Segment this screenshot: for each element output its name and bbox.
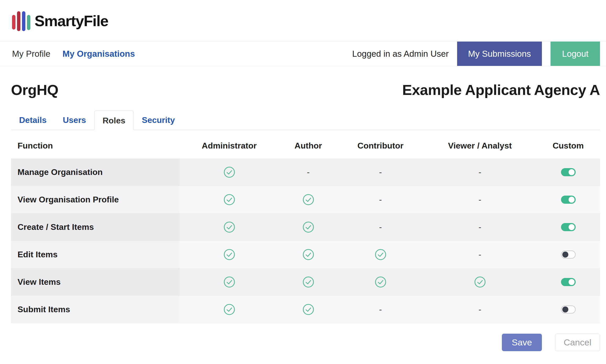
role-cell-contributor <box>338 268 423 295</box>
role-cell-viewer-analyst: - <box>423 241 536 268</box>
cancel-button[interactable]: Cancel <box>555 334 600 351</box>
column-header-viewer-analyst: Viewer / Analyst <box>423 141 536 151</box>
check-circle-icon <box>302 194 314 206</box>
role-cell-administrator <box>179 213 279 241</box>
custom-cell <box>536 296 600 323</box>
role-cell-contributor: - <box>338 158 423 186</box>
save-button[interactable]: Save <box>502 334 542 351</box>
check-circle-icon <box>223 194 235 206</box>
nav-link-my-profile[interactable]: My Profile <box>12 49 50 59</box>
toggle-knob <box>569 169 575 175</box>
check-circle-icon <box>302 304 314 315</box>
no-permission-dash: - <box>379 195 382 204</box>
form-actions: Save Cancel <box>11 334 600 351</box>
nav-link-my-organisations[interactable]: My Organisations <box>63 49 135 59</box>
check-circle-icon <box>223 221 235 233</box>
column-header-function: Function <box>11 141 179 151</box>
custom-toggle[interactable] <box>561 196 576 204</box>
nav-links: My ProfileMy Organisations <box>12 42 135 66</box>
custom-toggle[interactable] <box>561 278 576 286</box>
column-header-custom: Custom <box>536 141 600 151</box>
role-cell-administrator <box>179 241 279 268</box>
role-cell-administrator <box>179 268 279 295</box>
roles-table: FunctionAdministratorAuthorContributorVi… <box>11 130 600 323</box>
brand-logo[interactable]: SmartyFile <box>12 9 108 32</box>
logged-in-text: Logged in as Admin User <box>352 42 449 66</box>
toggle-knob <box>569 197 575 203</box>
no-permission-dash: - <box>307 167 310 177</box>
no-permission-dash: - <box>479 167 481 177</box>
check-circle-icon <box>302 221 314 233</box>
function-cell: View Items <box>11 268 179 295</box>
custom-toggle[interactable] <box>561 168 576 176</box>
main-content: OrgHQ Example Applicant Agency A Details… <box>0 81 606 351</box>
role-cell-viewer-analyst: - <box>423 213 536 241</box>
tab-bar: DetailsUsersRolesSecurity <box>11 110 600 130</box>
check-circle-icon <box>375 276 386 288</box>
no-permission-dash: - <box>479 195 481 204</box>
org-name: Example Applicant Agency A <box>402 81 600 98</box>
no-permission-dash: - <box>479 222 481 232</box>
function-cell: View Organisation Profile <box>11 186 179 213</box>
no-permission-dash: - <box>379 305 382 314</box>
table-row: Create / Start Items-- <box>11 213 600 241</box>
custom-cell <box>536 213 600 241</box>
page-head: OrgHQ Example Applicant Agency A <box>11 81 600 98</box>
no-permission-dash: - <box>479 250 481 259</box>
column-header-contributor: Contributor <box>338 141 423 151</box>
main-nav: My ProfileMy Organisations Logged in as … <box>0 41 606 66</box>
check-circle-icon <box>375 249 386 260</box>
app-header: SmartyFile <box>0 0 606 41</box>
function-cell: Submit Items <box>11 296 179 323</box>
table-row: Edit Items- <box>11 241 600 268</box>
no-permission-dash: - <box>379 167 382 177</box>
toggle-knob <box>562 252 568 258</box>
page-title: OrgHQ <box>11 81 58 98</box>
table-row: View Items <box>11 268 600 296</box>
tab-security[interactable]: Security <box>134 110 183 130</box>
role-cell-administrator <box>179 158 279 186</box>
tab-roles[interactable]: Roles <box>94 111 134 130</box>
table-row: Manage Organisation--- <box>11 158 600 186</box>
role-cell-viewer-analyst <box>423 268 536 295</box>
brand-name: SmartyFile <box>35 12 108 30</box>
role-cell-viewer-analyst: - <box>423 186 536 213</box>
role-cell-administrator <box>179 296 279 323</box>
custom-toggle[interactable] <box>561 305 576 314</box>
no-permission-dash: - <box>379 222 382 232</box>
table-row: Submit Items-- <box>11 296 600 323</box>
column-header-administrator: Administrator <box>179 141 279 151</box>
custom-cell <box>536 186 600 213</box>
role-cell-viewer-analyst: - <box>423 296 536 323</box>
table-row: View Organisation Profile-- <box>11 186 600 213</box>
role-cell-contributor <box>338 241 423 268</box>
no-permission-dash: - <box>479 305 481 314</box>
role-cell-administrator <box>179 186 279 213</box>
custom-cell <box>536 241 600 268</box>
nav-right: Logged in as Admin User My Submissions L… <box>352 42 606 66</box>
check-circle-icon <box>223 276 235 288</box>
check-circle-icon <box>302 276 314 288</box>
brand-logo-icon <box>12 9 30 32</box>
custom-cell <box>536 268 600 295</box>
tab-users[interactable]: Users <box>55 110 94 130</box>
function-cell: Edit Items <box>11 241 179 268</box>
custom-toggle[interactable] <box>561 223 576 231</box>
table-header-row: FunctionAdministratorAuthorContributorVi… <box>11 130 600 158</box>
role-cell-contributor: - <box>338 296 423 323</box>
check-circle-icon <box>223 304 235 315</box>
custom-toggle[interactable] <box>561 251 576 259</box>
role-cell-author <box>279 213 338 241</box>
check-circle-icon <box>474 276 486 288</box>
custom-cell <box>536 158 600 186</box>
function-cell: Manage Organisation <box>11 158 179 186</box>
role-cell-viewer-analyst: - <box>423 158 536 186</box>
tab-details[interactable]: Details <box>11 110 55 130</box>
role-cell-author: - <box>279 158 338 186</box>
logout-button[interactable]: Logout <box>551 42 600 66</box>
toggle-knob <box>569 224 575 230</box>
check-circle-icon <box>223 249 235 260</box>
role-cell-author <box>279 186 338 213</box>
my-submissions-button[interactable]: My Submissions <box>457 42 542 66</box>
toggle-knob <box>562 306 568 312</box>
